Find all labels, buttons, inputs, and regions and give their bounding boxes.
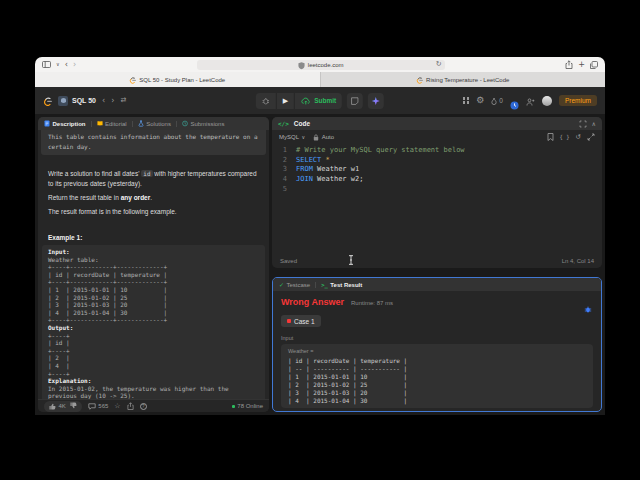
tab-solutions[interactable]: Solutions [138,120,171,127]
auto-label: Auto [322,134,334,140]
tab-title: Rising Temperature - LeetCode [426,77,509,83]
code-editor[interactable]: 1# Write your MySQL query statement belo… [272,144,602,254]
url-text: leetcode.com [308,62,344,68]
chevron-down-icon: ∨ [302,134,306,140]
leetcode-favicon [129,76,136,84]
example-title: Example 1: [48,234,259,241]
code-line: 1# Write your MySQL query statement belo… [272,146,602,156]
leetcode-navbar: SQL 50 ‹ › ⇄ ▶ Submit [35,87,605,114]
auto-save-toggle[interactable]: Auto [313,134,334,141]
premium-button[interactable]: Premium [559,95,597,106]
tab-label: Submissions [190,121,224,127]
tab-testcase[interactable]: ✓ Testcase [279,281,310,288]
settings-gear-icon[interactable]: ⚙ [476,96,484,105]
problem-description[interactable]: This table contains information about th… [38,130,269,399]
run-button[interactable]: ▶ [277,93,295,109]
address-bar[interactable]: leetcode.com ↻ [197,60,445,70]
editor-toolbar: MySQL ∨ Auto { } ↺ [272,130,602,144]
back-button[interactable]: ‹ [65,61,68,69]
user-avatar[interactable] [542,96,552,106]
example-input-label: Input: [48,248,259,256]
format-code-icon[interactable]: { } [560,134,570,140]
sidebar-chevron-icon[interactable]: ∨ [56,62,60,67]
result-status: Wrong Answer [281,297,344,307]
next-question-button[interactable]: › [111,97,114,105]
leetcode-favicon [416,76,423,84]
description-panel-tabs: Description Editorial Solutions Submissi… [38,117,269,130]
example-input-table: +----+------------+-------------+ | id |… [48,263,259,324]
like-button[interactable]: 4K [49,403,66,410]
collapse-panel-icon[interactable]: ∧ [592,120,596,127]
sidebar-icon[interactable] [42,61,51,68]
expand-editor-icon[interactable] [587,133,595,141]
vote-controls: 4K [44,401,82,412]
like-count: 4K [59,403,66,409]
ibeam-mouse-cursor [348,251,354,269]
tab-test-result[interactable]: >_ Test Result [321,282,362,288]
online-indicator: 78 Online [232,403,263,409]
submit-button[interactable]: Submit [295,93,342,109]
streak-count: 0 [499,97,503,104]
new-tab-icon[interactable]: + [578,61,585,69]
check-icon: ✓ [279,281,284,288]
debugger-icon[interactable] [584,299,592,317]
favorite-star-icon[interactable]: ☆ [114,402,120,410]
tab-editorial[interactable]: Editorial [97,120,127,127]
privacy-shield-icon [298,57,305,74]
schema-note: This table contains information about th… [41,130,266,155]
notes-button[interactable] [347,93,363,109]
tab-divider [132,121,133,127]
input-box[interactable]: Weather = | id | recordDate | temperatur… [281,344,593,408]
shuffle-icon[interactable]: ⇄ [120,97,126,104]
thumbs-up-icon [49,403,56,410]
browser-window: ∨ ‹ › leetcode.com ↻ + SQL 50 - Study Pl… [35,57,605,415]
invite-user-icon[interactable] [526,92,535,110]
help-icon[interactable]: ? [140,403,147,410]
bookmark-icon[interactable] [547,133,554,141]
example-input-caption: Weather table: [48,256,259,264]
comments-button[interactable]: 565 [88,403,109,410]
case-1-chip[interactable]: Case 1 [281,315,321,327]
browser-tab-strip: SQL 50 - Study Plan - LeetCode Rising Te… [35,72,605,87]
code-panel: </> Code ∧ MySQL ∨ Auto [272,117,602,268]
study-plan-icon [58,96,68,106]
code-line: 5 [272,185,602,195]
dislike-button[interactable] [70,402,77,410]
share-icon[interactable] [565,60,573,69]
thumbs-down-icon [70,402,77,409]
code-panel-title: Code [294,120,310,127]
result-panel-tabs: ✓ Testcase >_ Test Result [273,278,601,291]
problem-paragraph: The result format is in the following ex… [48,207,259,217]
streak-counter[interactable]: 0 [491,97,503,105]
forward-button[interactable]: › [73,61,76,69]
code-tag-icon: </> [278,120,289,127]
language-selector[interactable]: MySQL ∨ [279,134,305,140]
debug-button[interactable] [256,93,277,109]
browser-tab-rising-temperature[interactable]: Rising Temperature - LeetCode [321,72,606,87]
language-label: MySQL [279,134,299,140]
example-explanation-label: Explanation: [48,377,259,385]
tab-submissions[interactable]: Submissions [182,120,225,127]
prev-question-button[interactable]: ‹ [102,97,105,105]
tab-description[interactable]: Description [44,120,86,127]
study-plan-chip[interactable]: SQL 50 [58,96,96,106]
right-column: </> Code ∧ MySQL ∨ Auto [272,117,602,412]
apps-grid-icon[interactable] [463,97,466,100]
reset-code-icon[interactable]: ↺ [576,133,581,141]
leetcode-logo[interactable] [43,92,52,110]
browser-tab-sql50[interactable]: SQL 50 - Study Plan - LeetCode [35,72,321,87]
test-result-body: Wrong Answer Runtime: 87 ms Case 1 Input [273,291,601,411]
share-problem-icon[interactable] [127,402,134,411]
tab-divider [315,282,316,288]
reload-icon[interactable]: ↻ [436,60,442,68]
terminal-icon: >_ [321,282,328,288]
timer-icon[interactable] [510,96,519,105]
tab-overview-icon[interactable] [590,61,598,69]
ai-assistant-button[interactable] [368,93,384,109]
maximize-icon[interactable] [579,120,587,128]
problem-paragraph: Write a solution to find all dates' id w… [48,169,259,189]
example-block: Input: Weather table: +----+------------… [42,245,265,399]
description-footer: 4K 565 ☆ ? 78 Online [38,399,269,412]
example-explanation-text: In 2015-01-02, the temperature was highe… [48,385,259,399]
code-line: 3FROM Weather w1 [272,165,602,175]
